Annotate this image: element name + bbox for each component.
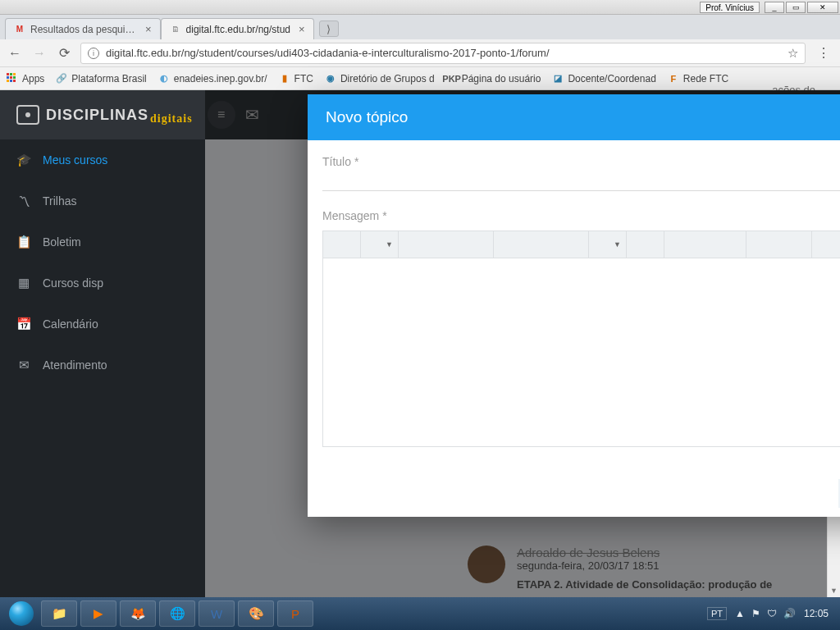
tab-title: digital.ftc.edu.br/ng/stud — [186, 24, 290, 35]
modal-title: Novo tópico — [326, 108, 840, 126]
new-tab-button[interactable]: ⟩ — [319, 21, 339, 37]
editor-toolbar-button[interactable] — [323, 231, 361, 258]
bookmark-label: Diretório de Grupos d — [340, 73, 435, 84]
browser-menu-button[interactable]: ⋮ — [814, 45, 833, 61]
editor-toolbar-button[interactable] — [399, 231, 494, 258]
bookmark-item[interactable]: ▮FTC — [279, 73, 313, 84]
tab-title: Resultados da pesquisa - — [30, 24, 137, 35]
bookmark-item[interactable]: ◐enadeies.inep.gov.br/ — [158, 73, 267, 84]
bookmark-favicon-icon: ◉ — [325, 73, 336, 84]
window-minimize-button[interactable]: _ — [765, 2, 784, 13]
site-info-icon[interactable]: i — [88, 48, 99, 59]
chevron-down-icon: ▼ — [614, 240, 621, 249]
bookmark-label: Docente/Coordenad — [568, 73, 655, 84]
bookmark-label: Rede FTC — [683, 73, 728, 84]
taskbar-app[interactable]: 🎨 — [238, 600, 274, 627]
editor-toolbar-button[interactable] — [664, 231, 746, 258]
scroll-down-icon[interactable]: ▼ — [828, 584, 840, 597]
modal-footer: SALVAR — [308, 469, 840, 517]
bookmark-favicon-icon: ◐ — [158, 73, 170, 84]
window-maximize-button[interactable]: ▭ — [786, 2, 806, 13]
language-indicator[interactable]: PT — [707, 607, 727, 620]
editor-toolbar-button[interactable] — [627, 231, 664, 258]
taskbar-app[interactable]: 🦊 — [120, 600, 156, 627]
browser-tab-ftc[interactable]: 🗎 digital.ftc.edu.br/ng/stud × — [161, 18, 314, 39]
start-button[interactable] — [5, 600, 38, 627]
main-content: ações de efesa. a afro- 18% AÇÕES ÃO 📌 T… — [205, 90, 840, 597]
bookmark-favicon-icon: F — [668, 73, 679, 84]
browser-tab-gmail[interactable]: M Resultados da pesquisa - × — [5, 18, 161, 39]
gmail-icon: M — [14, 24, 25, 35]
bookmark-star-icon[interactable]: ☆ — [788, 46, 798, 61]
bookmark-item[interactable]: FRede FTC — [668, 73, 728, 84]
sidebar-item[interactable]: ▦Cursos disp — [0, 262, 205, 304]
editor-toolbar-button[interactable]: ▼ — [361, 231, 399, 258]
taskbar-app[interactable]: 🌐 — [159, 600, 195, 627]
sidebar-item-icon: 📅 — [16, 317, 31, 331]
sidebar-item[interactable]: 🎓Meus cursos — [0, 139, 205, 180]
tray-icon[interactable]: 🔊 — [783, 608, 796, 619]
bookmark-favicon-icon: ◪ — [552, 73, 564, 84]
app-root: DISCIPLINAS digitais ≡ ✉ VINICIUS DE MOR… — [0, 90, 840, 597]
bookmark-item[interactable]: PKPPágina do usuário — [446, 73, 541, 84]
window-close-button[interactable]: ✕ — [807, 2, 838, 13]
bookmark-label: Plataforma Brasil — [71, 73, 146, 84]
chevron-down-icon: ▼ — [386, 240, 393, 249]
tray-icon[interactable]: ▲ — [735, 608, 745, 619]
os-user-label: Prof. Vinícius — [700, 2, 760, 13]
sidebar-item-label: Calendário — [43, 317, 98, 331]
apps-grid-icon — [7, 73, 18, 84]
bookmark-favicon-icon: PKP — [446, 73, 458, 84]
bookmark-item[interactable]: ◉Diretório de Grupos d — [325, 73, 435, 84]
bookmarks-bar: Apps 🔗Plataforma Brasil◐enadeies.inep.go… — [0, 67, 840, 90]
sidebar-item[interactable]: 〽Trilhas — [0, 180, 205, 221]
sidebar-item-icon: 🎓 — [16, 153, 31, 167]
sidebar-item-label: Cursos disp — [43, 276, 103, 290]
bookmark-label: Página do usuário — [462, 73, 541, 84]
sidebar-item-icon: 〽 — [16, 194, 31, 208]
apps-label: Apps — [22, 73, 44, 84]
message-field-label: Mensagem * — [322, 209, 840, 222]
clock[interactable]: 12:05 — [804, 608, 829, 619]
tray-icon[interactable]: ⚑ — [751, 608, 760, 619]
os-titlebar: Prof. Vinícius _ ▭ ✕ — [0, 0, 840, 15]
taskbar-app[interactable]: ▶ — [80, 600, 116, 627]
editor-toolbar-button[interactable] — [746, 231, 812, 258]
brand-subtext: digitais — [150, 112, 193, 126]
windows-taskbar: 📁▶🦊🌐W🎨P PT ▲⚑🛡🔊 12:05 — [0, 597, 840, 630]
sidebar-item[interactable]: 📋Boletim — [0, 221, 205, 262]
taskbar-app[interactable]: W — [199, 600, 235, 627]
sidebar-item-icon: ▦ — [16, 276, 31, 290]
new-topic-modal: Novo tópico ✕ Título * Mensagem * ▼▼ ▼ S… — [308, 94, 840, 517]
title-field-label: Título * — [322, 155, 840, 168]
apps-button[interactable]: Apps — [7, 73, 44, 84]
editor-toolbar-button[interactable] — [812, 231, 840, 258]
forward-button[interactable]: → — [31, 45, 48, 62]
reload-button[interactable]: ⟳ — [56, 45, 72, 62]
title-input[interactable] — [322, 170, 840, 191]
taskbar-app[interactable]: 📁 — [41, 600, 77, 627]
bookmark-item[interactable]: ◪Docente/Coordenad — [552, 73, 655, 84]
editor-toolbar-button[interactable]: ▼ — [589, 231, 627, 258]
brand-text: DISCIPLINAS — [46, 107, 148, 124]
address-bar[interactable]: i digital.ftc.edu.br/ng/student/courses/… — [80, 43, 806, 64]
sidebar-item[interactable]: 📅Calendário — [0, 304, 205, 345]
brand[interactable]: DISCIPLINAS digitais — [16, 104, 193, 126]
brand-mark-icon — [16, 105, 39, 125]
bookmark-favicon-icon: ▮ — [279, 73, 290, 84]
back-button[interactable]: ← — [7, 45, 23, 62]
system-tray: PT ▲⚑🛡🔊 12:05 — [707, 607, 835, 620]
editor-textarea[interactable] — [322, 258, 840, 447]
tab-close-icon[interactable]: × — [145, 23, 152, 35]
tab-close-icon[interactable]: × — [299, 23, 305, 35]
taskbar-app[interactable]: P — [277, 600, 313, 627]
sidebar-item[interactable]: ✉Atendimento — [0, 345, 205, 386]
bookmark-label: enadeies.inep.gov.br/ — [174, 73, 267, 84]
sidebar-item-label: Trilhas — [43, 194, 77, 208]
modal-header: Novo tópico ✕ — [308, 94, 840, 140]
editor-toolbar-button[interactable] — [494, 231, 589, 258]
windows-orb-icon — [9, 601, 34, 626]
bookmark-item[interactable]: 🔗Plataforma Brasil — [56, 73, 146, 84]
tray-icon[interactable]: 🛡 — [767, 608, 777, 619]
browser-tabstrip: M Resultados da pesquisa - × 🗎 digital.f… — [0, 15, 840, 39]
